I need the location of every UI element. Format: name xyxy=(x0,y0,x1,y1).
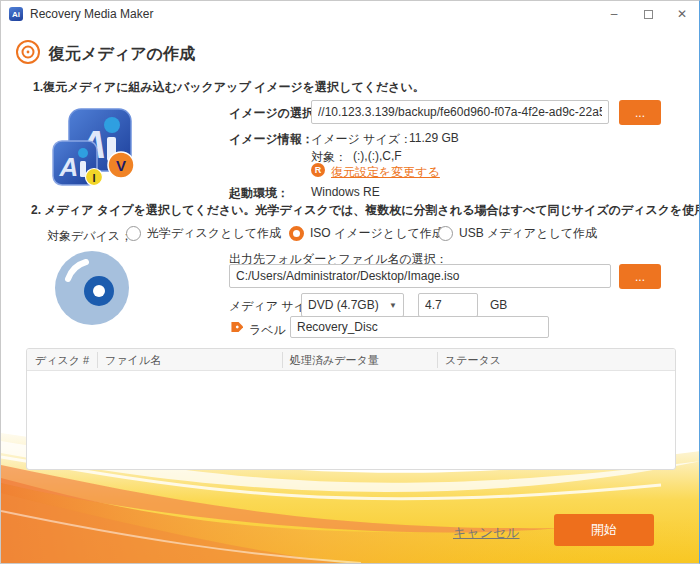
restore-settings-icon: R xyxy=(311,163,325,177)
cancel-link[interactable]: キャンセル xyxy=(453,524,520,542)
section2-heading: 2. メディア タイプを選択してください。光学ディスクでは、複数枚に分割される場… xyxy=(31,202,700,219)
section1-heading: 1.復元メディアに組み込むバックアップ イメージを選択してください。 xyxy=(33,79,425,96)
media-size-selected-value: DVD (4.7GB) xyxy=(308,298,379,312)
image-size-value: 11.29 GB xyxy=(409,131,459,145)
window-controls: – ✕ xyxy=(597,1,699,27)
media-size-gb-input[interactable] xyxy=(418,293,478,317)
radio-label: USB メディアとして作成 xyxy=(459,225,597,242)
target-value: (:),(:),C,F xyxy=(353,149,402,163)
browse-image-button[interactable]: ... xyxy=(619,100,661,125)
target-device-label: 対象デバイス； xyxy=(47,228,132,245)
radio-usb-media[interactable]: USB メディアとして作成 xyxy=(438,225,597,242)
start-button[interactable]: 開始 xyxy=(554,514,654,546)
radio-optical-disc[interactable]: 光学ディスクとして作成 xyxy=(126,225,281,242)
svg-text:A: A xyxy=(59,152,79,182)
maximize-icon[interactable] xyxy=(631,1,665,27)
radio-circle-icon xyxy=(126,226,141,241)
window-title: Recovery Media Maker xyxy=(30,7,153,21)
column-divider xyxy=(97,352,98,368)
app-window: Ai Recovery Media Maker – ✕ 復元メディアの作成 1.… xyxy=(0,0,700,564)
minimize-icon[interactable]: – xyxy=(597,1,631,27)
image-size-label: イメージ サイズ： xyxy=(311,131,412,148)
svg-text:I: I xyxy=(92,172,95,184)
image-info-label: イメージ情報： xyxy=(229,131,314,148)
output-path-input[interactable] xyxy=(229,264,611,288)
disc-rings-icon xyxy=(15,39,41,65)
title-bar: Ai Recovery Media Maker – ✕ xyxy=(1,1,699,27)
media-size-select[interactable]: DVD (4.7GB) ▼ xyxy=(301,293,404,317)
activeimage-logo-icon: A A V I xyxy=(49,101,137,191)
browse-output-button[interactable]: ... xyxy=(619,264,661,289)
col-disc-number[interactable]: ディスク # xyxy=(35,353,89,368)
image-path-input[interactable] xyxy=(311,100,609,124)
app-icon: Ai xyxy=(9,7,23,21)
column-divider xyxy=(437,352,438,368)
page-title: 復元メディアの作成 xyxy=(49,44,195,65)
radio-circle-icon xyxy=(438,226,453,241)
optical-disc-icon xyxy=(53,249,131,327)
col-processed-data[interactable]: 処理済みデータ量 xyxy=(290,353,379,368)
chevron-down-icon: ▼ xyxy=(389,301,397,310)
column-divider xyxy=(282,352,283,368)
disc-file-table: ディスク # ファイル名 処理済みデータ量 ステータス xyxy=(26,348,676,470)
close-icon[interactable]: ✕ xyxy=(665,1,699,27)
disc-label-input[interactable] xyxy=(290,316,549,338)
radio-iso-image[interactable]: ISO イメージとして作成 xyxy=(289,225,444,242)
radio-label: ISO イメージとして作成 xyxy=(310,225,444,242)
media-size-unit: GB xyxy=(490,298,507,312)
tag-icon xyxy=(228,320,243,335)
change-restore-settings-link[interactable]: 復元設定を変更する xyxy=(331,164,440,181)
radio-circle-selected-icon xyxy=(289,226,304,241)
col-status[interactable]: ステータス xyxy=(445,353,501,368)
svg-text:V: V xyxy=(116,157,126,174)
col-file-name[interactable]: ファイル名 xyxy=(105,353,161,368)
boot-env-label: 起動環境： xyxy=(229,185,289,202)
boot-env-value: Windows RE xyxy=(311,185,380,199)
table-header-row: ディスク # ファイル名 処理済みデータ量 ステータス xyxy=(27,349,675,371)
radio-label: 光学ディスクとして作成 xyxy=(147,225,281,242)
